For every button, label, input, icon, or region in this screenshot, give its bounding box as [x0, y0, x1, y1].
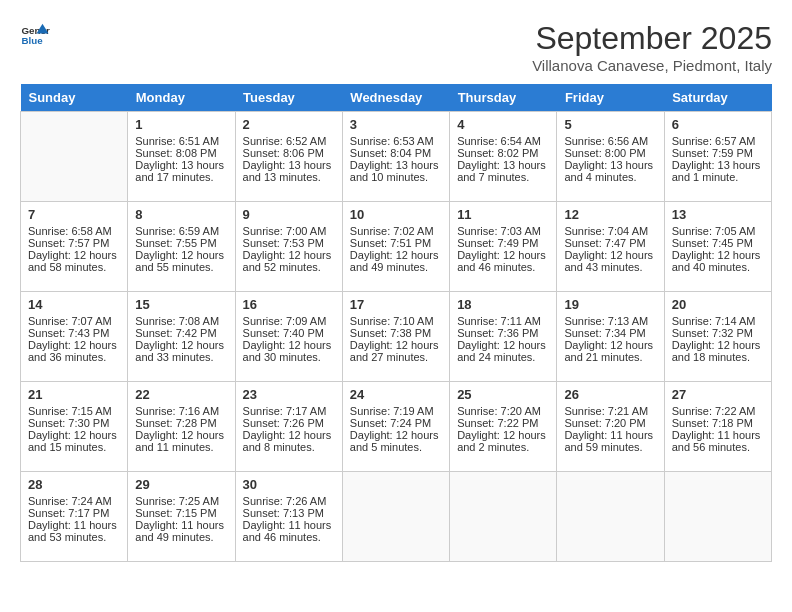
sunset-text: Sunset: 7:36 PM [457, 327, 549, 339]
weekday-sunday: Sunday [21, 84, 128, 112]
weekday-monday: Monday [128, 84, 235, 112]
daylight-text: Daylight: 11 hours and 56 minutes. [672, 429, 764, 453]
day-number: 15 [135, 297, 227, 312]
sunrise-text: Sunrise: 7:26 AM [243, 495, 335, 507]
calendar-cell: 7Sunrise: 6:58 AMSunset: 7:57 PMDaylight… [21, 202, 128, 292]
daylight-text: Daylight: 11 hours and 46 minutes. [243, 519, 335, 543]
calendar-cell [342, 472, 449, 562]
calendar-week-1: 1Sunrise: 6:51 AMSunset: 8:08 PMDaylight… [21, 112, 772, 202]
calendar-cell: 13Sunrise: 7:05 AMSunset: 7:45 PMDayligh… [664, 202, 771, 292]
sunset-text: Sunset: 7:43 PM [28, 327, 120, 339]
sunset-text: Sunset: 7:51 PM [350, 237, 442, 249]
day-number: 17 [350, 297, 442, 312]
daylight-text: Daylight: 11 hours and 53 minutes. [28, 519, 120, 543]
day-number: 14 [28, 297, 120, 312]
sunset-text: Sunset: 7:49 PM [457, 237, 549, 249]
sunset-text: Sunset: 7:20 PM [564, 417, 656, 429]
calendar-table: SundayMondayTuesdayWednesdayThursdayFrid… [20, 84, 772, 562]
day-number: 25 [457, 387, 549, 402]
sunset-text: Sunset: 7:26 PM [243, 417, 335, 429]
day-number: 18 [457, 297, 549, 312]
daylight-text: Daylight: 12 hours and 55 minutes. [135, 249, 227, 273]
sunset-text: Sunset: 7:28 PM [135, 417, 227, 429]
sunset-text: Sunset: 7:38 PM [350, 327, 442, 339]
sunrise-text: Sunrise: 7:02 AM [350, 225, 442, 237]
calendar-week-5: 28Sunrise: 7:24 AMSunset: 7:17 PMDayligh… [21, 472, 772, 562]
day-number: 11 [457, 207, 549, 222]
sunrise-text: Sunrise: 7:17 AM [243, 405, 335, 417]
daylight-text: Daylight: 12 hours and 18 minutes. [672, 339, 764, 363]
day-number: 12 [564, 207, 656, 222]
day-number: 19 [564, 297, 656, 312]
logo: General Blue [20, 20, 50, 50]
daylight-text: Daylight: 12 hours and 36 minutes. [28, 339, 120, 363]
sunset-text: Sunset: 7:55 PM [135, 237, 227, 249]
day-number: 30 [243, 477, 335, 492]
sunrise-text: Sunrise: 6:58 AM [28, 225, 120, 237]
sunset-text: Sunset: 7:30 PM [28, 417, 120, 429]
sunrise-text: Sunrise: 7:14 AM [672, 315, 764, 327]
calendar-cell: 17Sunrise: 7:10 AMSunset: 7:38 PMDayligh… [342, 292, 449, 382]
day-number: 28 [28, 477, 120, 492]
calendar-cell: 29Sunrise: 7:25 AMSunset: 7:15 PMDayligh… [128, 472, 235, 562]
calendar-cell: 11Sunrise: 7:03 AMSunset: 7:49 PMDayligh… [450, 202, 557, 292]
sunrise-text: Sunrise: 7:16 AM [135, 405, 227, 417]
calendar-cell: 1Sunrise: 6:51 AMSunset: 8:08 PMDaylight… [128, 112, 235, 202]
sunset-text: Sunset: 7:53 PM [243, 237, 335, 249]
sunrise-text: Sunrise: 7:13 AM [564, 315, 656, 327]
daylight-text: Daylight: 12 hours and 5 minutes. [350, 429, 442, 453]
calendar-cell: 19Sunrise: 7:13 AMSunset: 7:34 PMDayligh… [557, 292, 664, 382]
calendar-cell: 15Sunrise: 7:08 AMSunset: 7:42 PMDayligh… [128, 292, 235, 382]
sunrise-text: Sunrise: 6:52 AM [243, 135, 335, 147]
daylight-text: Daylight: 13 hours and 4 minutes. [564, 159, 656, 183]
calendar-cell: 14Sunrise: 7:07 AMSunset: 7:43 PMDayligh… [21, 292, 128, 382]
sunset-text: Sunset: 7:45 PM [672, 237, 764, 249]
sunset-text: Sunset: 7:32 PM [672, 327, 764, 339]
day-number: 27 [672, 387, 764, 402]
month-title: September 2025 [532, 20, 772, 57]
daylight-text: Daylight: 11 hours and 59 minutes. [564, 429, 656, 453]
weekday-friday: Friday [557, 84, 664, 112]
daylight-text: Daylight: 12 hours and 33 minutes. [135, 339, 227, 363]
calendar-cell [664, 472, 771, 562]
calendar-cell: 22Sunrise: 7:16 AMSunset: 7:28 PMDayligh… [128, 382, 235, 472]
day-number: 2 [243, 117, 335, 132]
sunrise-text: Sunrise: 6:51 AM [135, 135, 227, 147]
sunset-text: Sunset: 7:13 PM [243, 507, 335, 519]
calendar-cell: 5Sunrise: 6:56 AMSunset: 8:00 PMDaylight… [557, 112, 664, 202]
sunset-text: Sunset: 8:06 PM [243, 147, 335, 159]
calendar-cell: 10Sunrise: 7:02 AMSunset: 7:51 PMDayligh… [342, 202, 449, 292]
daylight-text: Daylight: 13 hours and 17 minutes. [135, 159, 227, 183]
calendar-cell: 3Sunrise: 6:53 AMSunset: 8:04 PMDaylight… [342, 112, 449, 202]
daylight-text: Daylight: 12 hours and 58 minutes. [28, 249, 120, 273]
daylight-text: Daylight: 13 hours and 10 minutes. [350, 159, 442, 183]
calendar-cell: 12Sunrise: 7:04 AMSunset: 7:47 PMDayligh… [557, 202, 664, 292]
title-section: September 2025 Villanova Canavese, Piedm… [532, 20, 772, 74]
svg-text:Blue: Blue [22, 35, 44, 46]
day-number: 10 [350, 207, 442, 222]
calendar-cell [450, 472, 557, 562]
calendar-cell: 21Sunrise: 7:15 AMSunset: 7:30 PMDayligh… [21, 382, 128, 472]
daylight-text: Daylight: 13 hours and 1 minute. [672, 159, 764, 183]
daylight-text: Daylight: 13 hours and 7 minutes. [457, 159, 549, 183]
calendar-cell: 16Sunrise: 7:09 AMSunset: 7:40 PMDayligh… [235, 292, 342, 382]
calendar-cell: 4Sunrise: 6:54 AMSunset: 8:02 PMDaylight… [450, 112, 557, 202]
calendar-week-3: 14Sunrise: 7:07 AMSunset: 7:43 PMDayligh… [21, 292, 772, 382]
sunset-text: Sunset: 7:42 PM [135, 327, 227, 339]
calendar-cell: 9Sunrise: 7:00 AMSunset: 7:53 PMDaylight… [235, 202, 342, 292]
day-number: 22 [135, 387, 227, 402]
day-number: 7 [28, 207, 120, 222]
calendar-body: 1Sunrise: 6:51 AMSunset: 8:08 PMDaylight… [21, 112, 772, 562]
day-number: 9 [243, 207, 335, 222]
sunset-text: Sunset: 8:08 PM [135, 147, 227, 159]
sunset-text: Sunset: 7:34 PM [564, 327, 656, 339]
day-number: 26 [564, 387, 656, 402]
sunset-text: Sunset: 7:57 PM [28, 237, 120, 249]
sunrise-text: Sunrise: 7:09 AM [243, 315, 335, 327]
sunrise-text: Sunrise: 7:19 AM [350, 405, 442, 417]
day-number: 3 [350, 117, 442, 132]
sunrise-text: Sunrise: 6:59 AM [135, 225, 227, 237]
sunset-text: Sunset: 8:04 PM [350, 147, 442, 159]
calendar-cell: 23Sunrise: 7:17 AMSunset: 7:26 PMDayligh… [235, 382, 342, 472]
sunrise-text: Sunrise: 7:04 AM [564, 225, 656, 237]
